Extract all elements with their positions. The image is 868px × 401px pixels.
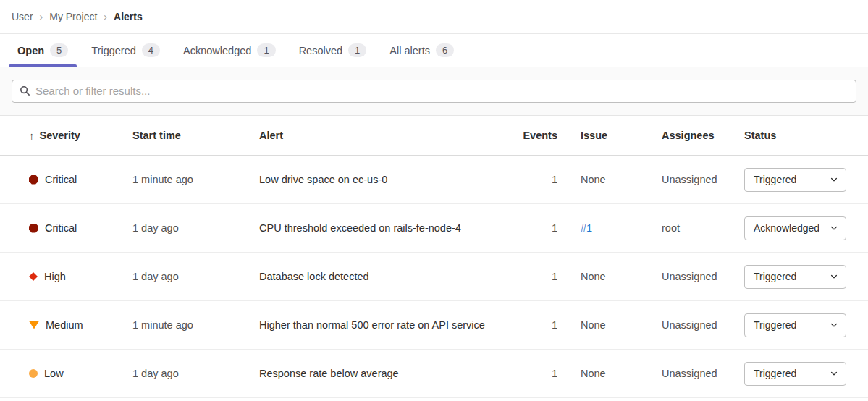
table-header: ↑ Severity Start time Alert Events Issue…: [0, 116, 868, 156]
events-cell: 1: [514, 222, 557, 234]
alert-row[interactable]: High 1 day ago Database lock detected 1 …: [0, 253, 868, 301]
severity-cell: Critical: [29, 222, 132, 234]
tab-count-badge: 1: [348, 43, 366, 57]
search-icon: [20, 85, 30, 96]
tab-label: All alerts: [389, 45, 430, 56]
column-header-assignees: Assignees: [639, 130, 744, 141]
severity-cell: High: [29, 271, 132, 282]
breadcrumb-alerts: Alerts: [114, 11, 143, 22]
alert-row[interactable]: Medium 1 minute ago Higher than normal 5…: [0, 301, 868, 350]
status-dropdown[interactable]: Acknowledged: [744, 216, 846, 240]
start-time-cell: 1 day ago: [132, 222, 259, 234]
column-header-alert: Alert: [259, 130, 514, 141]
issue-cell: None: [557, 319, 639, 331]
tab-count-badge: 5: [50, 43, 68, 57]
column-header-events: Events: [514, 130, 557, 141]
tab-resolved[interactable]: Resolved 1: [290, 34, 376, 67]
status-dropdown-label: Triggered: [754, 174, 796, 185]
severity-cell: Medium: [29, 319, 132, 331]
alert-row[interactable]: Critical 1 day ago CPU threshold exceede…: [0, 204, 868, 253]
status-dropdown-label: Acknowledged: [754, 222, 819, 234]
sort-ascending-icon: ↑: [29, 130, 35, 142]
severity-cell: Critical: [29, 174, 132, 185]
alert-row[interactable]: Critical 1 minute ago Low drive space on…: [0, 156, 868, 204]
tab-triggered[interactable]: Triggered 4: [83, 34, 169, 67]
chevron-down-icon: [830, 175, 838, 184]
breadcrumb-project[interactable]: My Project: [49, 11, 97, 22]
tab-count-badge: 6: [436, 43, 454, 57]
issue-cell: None: [557, 271, 639, 282]
tab-count-badge: 1: [257, 43, 275, 57]
severity-low-icon: [29, 369, 38, 378]
status-dropdown[interactable]: Triggered: [744, 362, 846, 386]
severity-medium-icon: [29, 321, 39, 329]
tab-acknowledged[interactable]: Acknowledged 1: [174, 34, 285, 67]
tab-label: Resolved: [299, 45, 342, 56]
issue-cell: None: [557, 368, 639, 379]
column-header-start-time: Start time: [132, 130, 259, 141]
start-time-cell: 1 day ago: [132, 271, 259, 282]
chevron-down-icon: [830, 369, 838, 378]
alert-title: Higher than normal 500 error rate on API…: [259, 319, 514, 331]
column-header-severity[interactable]: ↑ Severity: [29, 130, 132, 142]
severity-high-icon: [29, 272, 38, 281]
tab-label: Acknowledged: [183, 45, 251, 56]
tab-count-badge: 4: [142, 43, 160, 57]
column-header-status: Status: [744, 130, 846, 141]
start-time-cell: 1 day ago: [132, 368, 259, 379]
assignees-cell: Unassigned: [639, 174, 744, 185]
chevron-right-icon: ›: [104, 11, 107, 22]
alert-title: Response rate below average: [259, 368, 514, 379]
assignees-cell: Unassigned: [639, 319, 744, 331]
chevron-down-icon: [830, 224, 838, 232]
severity-cell: Low: [29, 368, 132, 379]
status-dropdown-label: Triggered: [754, 368, 796, 379]
tab-open[interactable]: Open 5: [9, 34, 77, 67]
events-cell: 1: [514, 271, 557, 282]
assignees-cell: root: [639, 222, 744, 234]
status-dropdown[interactable]: Triggered: [744, 265, 846, 289]
alert-title: CPU threshold exceeded on rails-fe-node-…: [259, 222, 514, 234]
status-dropdown-label: Triggered: [754, 319, 796, 331]
events-cell: 1: [514, 368, 557, 379]
alert-tabs: Open 5 Triggered 4 Acknowledged 1 Resolv…: [0, 34, 868, 67]
chevron-down-icon: [830, 272, 838, 281]
issue-cell: None: [557, 174, 639, 185]
filter-bar: [0, 67, 868, 116]
alert-row[interactable]: Low 1 day ago Response rate below averag…: [0, 350, 868, 398]
status-dropdown[interactable]: Triggered: [744, 168, 846, 192]
alert-title: Database lock detected: [259, 271, 514, 282]
tab-label: Triggered: [91, 45, 136, 56]
start-time-cell: 1 minute ago: [132, 319, 259, 331]
search-input[interactable]: [35, 85, 848, 97]
column-header-issue: Issue: [557, 130, 639, 141]
search-box[interactable]: [12, 80, 856, 103]
breadcrumb: User › My Project › Alerts: [0, 0, 868, 34]
tab-label: Open: [17, 45, 44, 56]
assignees-cell: Unassigned: [639, 271, 744, 282]
severity-critical-icon: [29, 175, 38, 185]
alert-title: Low drive space on ec-us-0: [259, 174, 514, 185]
status-dropdown-label: Triggered: [754, 271, 796, 282]
events-cell: 1: [514, 319, 557, 331]
start-time-cell: 1 minute ago: [132, 174, 259, 185]
status-dropdown[interactable]: Triggered: [744, 313, 846, 337]
events-cell: 1: [514, 174, 557, 185]
breadcrumb-user[interactable]: User: [12, 11, 33, 22]
tab-all-alerts[interactable]: All alerts 6: [381, 34, 463, 67]
severity-critical-icon: [29, 224, 38, 233]
issue-link[interactable]: #1: [581, 222, 592, 234]
assignees-cell: Unassigned: [639, 368, 744, 379]
chevron-right-icon: ›: [40, 11, 43, 22]
chevron-down-icon: [830, 321, 838, 329]
issue-cell: #1: [557, 222, 639, 234]
